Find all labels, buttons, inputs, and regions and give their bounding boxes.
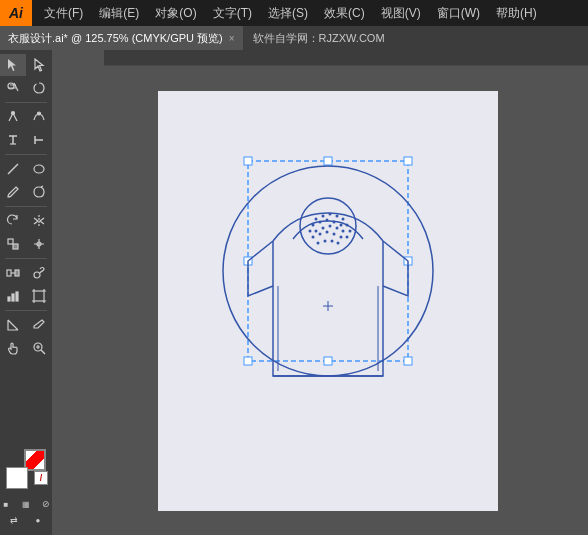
fill-color-swatch	[26, 451, 44, 469]
tool-row-slice	[0, 314, 52, 336]
live-paint-tool[interactable]	[0, 233, 26, 255]
svg-point-55	[324, 239, 327, 242]
svg-rect-26	[324, 357, 332, 365]
canvas-area[interactable]	[68, 66, 588, 535]
swap-row: ⇄ ●	[3, 513, 49, 527]
curvature-tool[interactable]	[26, 106, 52, 128]
svg-point-32	[329, 212, 332, 215]
menu-file[interactable]: 文件(F)	[36, 0, 91, 26]
tab-right-info: 软件自学网：RJZXW.COM	[243, 26, 395, 50]
active-tab[interactable]: 衣服设计.ai* @ 125.75% (CMYK/GPU 预览) ×	[0, 26, 243, 50]
svg-point-37	[326, 218, 329, 221]
svg-point-54	[317, 241, 320, 244]
paintbrush-tool[interactable]	[0, 181, 26, 203]
tool-separator-3	[5, 206, 47, 207]
tool-row-selection	[0, 54, 52, 76]
svg-rect-12	[12, 294, 14, 301]
title-bar: Ai 文件(F) 编辑(E) 对象(O) 文字(T) 选择(S) 效果(C) 视…	[0, 0, 588, 26]
menu-view[interactable]: 视图(V)	[373, 0, 429, 26]
svg-point-36	[319, 220, 322, 223]
tool-row-hand	[0, 337, 52, 359]
column-graph-tool[interactable]	[0, 285, 26, 307]
tab-label: 衣服设计.ai* @ 125.75% (CMYK/GPU 预览)	[8, 31, 223, 46]
svg-point-39	[340, 223, 343, 226]
svg-rect-20	[244, 157, 252, 165]
tool-row-warp	[0, 233, 52, 255]
zoom-tool[interactable]	[26, 337, 52, 359]
tool-separator-4	[5, 258, 47, 259]
svg-point-49	[319, 232, 322, 235]
tab-close-button[interactable]: ×	[229, 33, 235, 44]
svg-point-57	[337, 241, 340, 244]
direct-selection-tool[interactable]	[26, 54, 52, 76]
svg-point-35	[312, 223, 315, 226]
svg-point-43	[329, 224, 332, 227]
tool-separator-1	[5, 102, 47, 103]
menu-bar: 文件(F) 编辑(E) 对象(O) 文字(T) 选择(S) 效果(C) 视图(V…	[32, 0, 545, 26]
toolbar: / ■ ▦ ⊘ ⇄ ●	[0, 50, 52, 535]
svg-point-48	[312, 235, 315, 238]
document-canvas	[158, 91, 498, 511]
svg-rect-27	[404, 357, 412, 365]
svg-rect-8	[7, 270, 11, 276]
ellipse-tool[interactable]	[26, 158, 52, 180]
type-tool[interactable]	[0, 129, 26, 151]
svg-point-44	[336, 226, 339, 229]
line-tool[interactable]	[0, 158, 26, 180]
eraser-tool[interactable]	[26, 314, 52, 336]
ruler-horizontal	[104, 50, 588, 66]
tool-row-paint	[0, 181, 52, 203]
magic-wand-tool[interactable]	[0, 77, 26, 99]
svg-rect-25	[244, 357, 252, 365]
svg-point-34	[342, 217, 345, 220]
gradient-mode-btn[interactable]: ▦	[17, 497, 35, 511]
reflect-tool[interactable]	[26, 210, 52, 232]
menu-edit[interactable]: 编辑(E)	[91, 0, 147, 26]
tool-row-type	[0, 129, 52, 151]
svg-rect-13	[16, 292, 18, 301]
svg-point-1	[12, 112, 15, 115]
svg-point-45	[342, 229, 345, 232]
blend-tool[interactable]	[0, 262, 26, 284]
color-mode-btn[interactable]: ■	[0, 497, 15, 511]
mesh-tool[interactable]	[26, 233, 52, 255]
pen-tool[interactable]	[0, 106, 26, 128]
lasso-tool[interactable]	[26, 77, 52, 99]
slice-tool[interactable]	[0, 314, 26, 336]
menu-effect[interactable]: 效果(C)	[316, 0, 373, 26]
svg-point-2	[38, 112, 41, 115]
svg-point-38	[333, 220, 336, 223]
tool-row-shape	[0, 158, 52, 180]
color-area: / ■ ▦ ⊘ ⇄ ●	[0, 449, 55, 535]
menu-window[interactable]: 窗口(W)	[429, 0, 488, 26]
none-color[interactable]: /	[34, 471, 48, 485]
artboard-tool[interactable]	[26, 285, 52, 307]
menu-select[interactable]: 选择(S)	[260, 0, 316, 26]
stroke-color[interactable]	[6, 467, 28, 489]
menu-text[interactable]: 文字(T)	[205, 0, 260, 26]
blob-brush-tool[interactable]	[26, 181, 52, 203]
tool-separator-5	[5, 310, 47, 311]
menu-object[interactable]: 对象(O)	[147, 0, 204, 26]
selection-tool[interactable]	[0, 54, 26, 76]
svg-point-40	[346, 223, 349, 226]
svg-rect-19	[248, 161, 408, 361]
svg-point-4	[34, 165, 44, 173]
svg-point-31	[322, 214, 325, 217]
color-mode-row: ■ ▦ ⊘	[0, 497, 55, 511]
rotate-tool[interactable]	[0, 210, 26, 232]
symbol-sprayer-tool[interactable]	[26, 262, 52, 284]
svg-point-56	[331, 239, 334, 242]
color-boxes: /	[6, 449, 46, 489]
swap-colors-btn[interactable]: ⇄	[3, 513, 25, 527]
svg-rect-22	[404, 157, 412, 165]
svg-rect-6	[13, 244, 18, 249]
default-colors-btn[interactable]: ●	[27, 513, 49, 527]
vertical-type-tool[interactable]	[26, 129, 52, 151]
hand-tool[interactable]	[0, 337, 26, 359]
menu-help[interactable]: 帮助(H)	[488, 0, 545, 26]
tool-row-graph	[0, 285, 52, 307]
svg-rect-5	[8, 239, 13, 244]
svg-point-52	[340, 235, 343, 238]
svg-point-51	[333, 232, 336, 235]
